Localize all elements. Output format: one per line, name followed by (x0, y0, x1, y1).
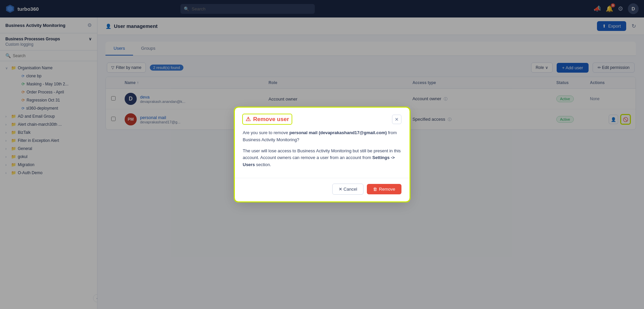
warning-icon: ⚠ (246, 116, 251, 123)
modal-close-button[interactable]: ✕ (392, 115, 401, 124)
modal-footer: ✕ Cancel 🗑 Remove (235, 178, 410, 201)
modal-body-line1: Are you sure to remove personal mail (de… (243, 129, 401, 144)
modal-header: ⚠ Remove user ✕ (235, 108, 410, 124)
modal-overlay: ⚠ Remove user ✕ Are you sure to remove p… (0, 0, 644, 309)
remove-user-modal: ⚠ Remove user ✕ Are you sure to remove p… (235, 108, 410, 201)
modal-title: ⚠ Remove user (243, 114, 292, 124)
cancel-button[interactable]: ✕ Cancel (332, 184, 363, 195)
remove-icon: 🗑 (373, 187, 377, 192)
remove-confirm-button[interactable]: 🗑 Remove (367, 184, 401, 194)
modal-body-line2: The user will lose access to Business Ac… (243, 148, 401, 168)
modal-body: Are you sure to remove personal mail (de… (235, 124, 410, 178)
